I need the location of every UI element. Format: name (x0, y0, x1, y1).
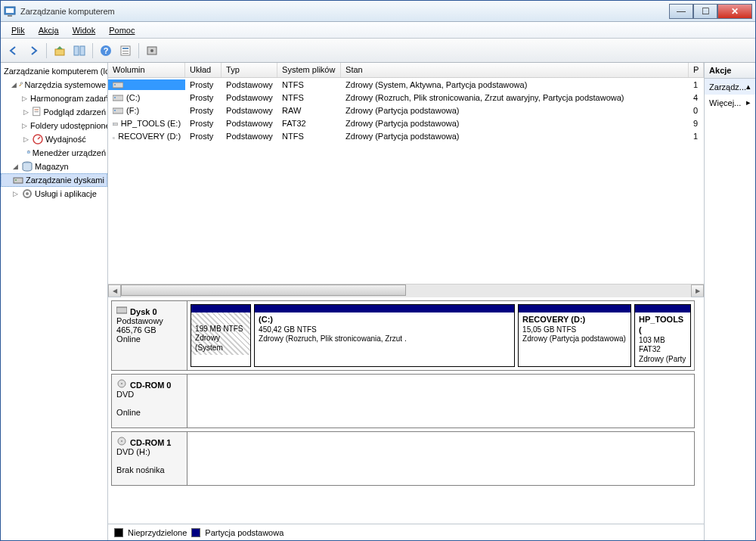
minimize-button[interactable]: — (669, 4, 693, 19)
table-row[interactable]: ProstyPodstawowyNTFSZdrowy (System, Akty… (108, 78, 704, 91)
disk-row-disk0[interactable]: Dysk 0 Podstawowy 465,76 GB Online 199 M… (111, 300, 695, 371)
partition-system[interactable]: 199 MB NTFSZdrowy (System (191, 304, 251, 367)
cell-type: Podstawowy (222, 79, 277, 90)
tree-sharedfolders[interactable]: ▷ Foldery udostępnione (1, 119, 107, 132)
scroll-track[interactable] (121, 284, 691, 297)
cell-p: 0 (689, 105, 704, 116)
header-type[interactable]: Typ (222, 63, 277, 77)
expand-icon[interactable]: ▷ (22, 122, 27, 130)
disk-graph-pane[interactable]: Dysk 0 Podstawowy 465,76 GB Online 199 M… (108, 297, 704, 524)
volume-list[interactable]: Wolumin Układ Typ System plików Stan P P… (108, 63, 704, 284)
header-p[interactable]: P (689, 63, 704, 77)
close-button[interactable]: ✕ (717, 4, 752, 19)
header-status[interactable]: Stan (341, 63, 689, 77)
table-row[interactable]: HP_TOOLS (E:)ProstyPodstawowyFAT32Zdrowy… (108, 117, 704, 129)
hscrollbar[interactable]: ◀ ▶ (108, 284, 704, 297)
svg-point-34 (114, 110, 116, 111)
scroll-thumb[interactable] (121, 284, 406, 296)
svg-rect-39 (116, 307, 127, 313)
action-more[interactable]: Więcej...▸ (705, 95, 755, 110)
actions-pane: Akcje Zarządz...▴ Więcej...▸ (704, 63, 755, 540)
menu-help[interactable]: Pomoc (103, 24, 141, 36)
partition-recovery[interactable]: RECOVERY (D:)15,05 GB NTFSZdrowy (Partyc… (518, 304, 631, 367)
menu-file[interactable]: Plik (5, 24, 31, 36)
tree-system-tools[interactable]: ◢ Narzędzia systemowe (1, 78, 107, 92)
action-manage[interactable]: Zarządz...▴ (705, 79, 755, 95)
forward-button[interactable] (25, 42, 42, 59)
svg-rect-23 (28, 151, 29, 151)
cell-fs: NTFS (277, 131, 341, 141)
table-row[interactable]: RECOVERY (D:)ProstyPodstawowyNTFSZdrowy … (108, 129, 704, 142)
perf-icon (32, 133, 44, 145)
tools-icon (18, 79, 23, 91)
cell-layout: Prosty (185, 131, 222, 141)
tree-label: Zarządzanie dyskami (26, 176, 104, 185)
svg-point-30 (114, 84, 116, 86)
cell-p: 1 (689, 79, 704, 90)
scroll-right-button[interactable]: ▶ (691, 284, 704, 297)
tree-pane[interactable]: Zarządzanie komputerem (lokalne) ◢ Narzę… (1, 63, 108, 540)
tree-storage[interactable]: ◢ Magazyn (1, 160, 107, 173)
tree-performance[interactable]: ▷ Wydajność (1, 132, 107, 146)
disk-partitions (187, 375, 694, 428)
titlebar[interactable]: Zarządzanie komputerem — ☐ ✕ (1, 1, 755, 22)
toolbar: ? (1, 39, 755, 63)
tree-scheduler[interactable]: ▷ Harmonogram zadań (1, 92, 107, 105)
cell-type: Podstawowy (222, 92, 277, 103)
scroll-left-button[interactable]: ◀ (108, 284, 121, 297)
disk-row-cdrom1[interactable]: CD-ROM 1 DVD (H:) Brak nośnika (111, 431, 695, 486)
legend-label: Partycja podstawowa (205, 528, 284, 537)
expand-icon[interactable]: ▷ (22, 135, 30, 144)
partition-hptools[interactable]: HP_TOOLS (103 MB FAT32Zdrowy (Party (634, 304, 691, 367)
expand-icon[interactable]: ▷ (22, 95, 27, 103)
tree-label: Foldery udostępnione (30, 121, 108, 130)
table-row[interactable]: (F:)ProstyPodstawowyRAWZdrowy (Partycja … (108, 104, 704, 117)
up-button[interactable] (51, 42, 68, 59)
collapse-icon[interactable]: ◢ (11, 163, 20, 171)
back-button[interactable] (5, 42, 22, 59)
drive-icon (113, 132, 115, 141)
tree-devmgr[interactable]: Menedżer urządzeń (1, 146, 107, 160)
expand-icon[interactable]: ▷ (22, 108, 29, 117)
tree-root[interactable]: Zarządzanie komputerem (lokalne) (1, 64, 107, 78)
help-button[interactable]: ? (98, 42, 114, 59)
partition-header (191, 305, 250, 312)
menu-action[interactable]: Akcja (33, 24, 65, 36)
partition-body: HP_TOOLS (103 MB FAT32Zdrowy (Party (635, 312, 690, 366)
disk-type: Podstawowy (116, 316, 163, 325)
menu-view[interactable]: Widok (67, 24, 102, 36)
collapse-icon[interactable]: ◢ (11, 81, 17, 89)
center-pane: Wolumin Układ Typ System plików Stan P P… (108, 63, 704, 540)
svg-rect-29 (113, 82, 123, 88)
svg-point-32 (114, 97, 116, 98)
tree-eventviewer[interactable]: ▷ Podgląd zdarzeń (1, 105, 107, 119)
settings-button[interactable] (144, 42, 160, 59)
header-volume[interactable]: Wolumin (108, 63, 185, 77)
event-icon (31, 106, 42, 118)
properties-button[interactable] (117, 42, 134, 59)
main-area: Zarządzanie komputerem (lokalne) ◢ Narzę… (1, 63, 755, 540)
tree-label: Magazyn (35, 162, 69, 171)
legend-swatch-unallocated (114, 528, 123, 537)
disk-row-cdrom0[interactable]: CD-ROM 0 DVD Online (111, 374, 695, 428)
list-header: Wolumin Układ Typ System plików Stan P (108, 63, 704, 78)
show-hide-button[interactable] (71, 42, 88, 59)
window-title: Zarządzanie komputerem (20, 7, 669, 16)
tree-diskmgmt[interactable]: Zarządzanie dyskami (1, 173, 107, 187)
maximize-button[interactable]: ☐ (693, 4, 717, 19)
tree-label: Zarządzanie komputerem (lokalne) (4, 67, 108, 76)
header-layout[interactable]: Układ (185, 63, 222, 77)
header-fs[interactable]: System plików (277, 63, 341, 77)
tree-services[interactable]: ▷ Usługi i aplikacje (1, 187, 107, 201)
disk-type: DVD (116, 390, 134, 399)
cell-layout: Prosty (185, 118, 222, 129)
disk-state: Brak nośnika (116, 465, 165, 474)
expand-icon[interactable]: ▷ (11, 190, 20, 198)
disk-partitions: 199 MB NTFSZdrowy (System (C:)450,42 GB … (187, 301, 694, 370)
actions-header: Akcje (705, 63, 755, 79)
partition-c[interactable]: (C:)450,42 GB NTFSZdrowy (Rozruch, Plik … (254, 304, 515, 367)
separator (138, 43, 139, 58)
svg-rect-20 (35, 111, 39, 112)
disk-partitions (187, 432, 694, 485)
table-row[interactable]: (C:)ProstyPodstawowyNTFSZdrowy (Rozruch,… (108, 91, 704, 104)
